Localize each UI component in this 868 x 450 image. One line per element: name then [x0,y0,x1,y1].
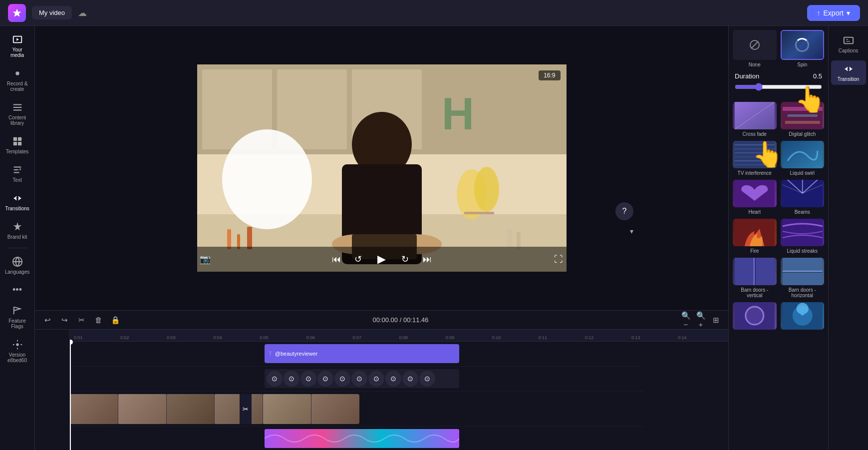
skip-to-end-button[interactable]: ⏭ [419,251,435,267]
transition-cross-fade[interactable]: Cross fade [733,102,777,137]
transition-barn-doors-horizontal[interactable]: Barn doors -horizontal [781,258,825,298]
transition-misc[interactable] [781,302,825,332]
transition-barn-doors-vertical[interactable]: Barn doors -vertical [733,258,777,298]
export-icon: ↑ [817,9,821,17]
zoom-out-button[interactable]: 🔍− [679,314,692,327]
svg-rect-61 [782,273,822,285]
sidebar-item-label: Contentlibrary [8,115,26,126]
transition-none[interactable]: None [733,30,777,67]
sidebar-item-feature-flags[interactable]: FeatureFlags [2,301,33,333]
music-clip[interactable] [265,429,459,448]
help-button[interactable]: ? [615,202,633,220]
tracks-scroll[interactable]: 0:01 0:02 0:03 0:04 0:05 0:06 0:07 0:08 … [70,330,728,450]
timeline-ruler: 0:01 0:02 0:03 0:04 0:05 0:06 0:07 0:08 … [70,330,728,342]
lock-button[interactable]: 🔒 [109,314,122,327]
fit-to-screen-button[interactable]: ⊞ [709,314,722,327]
svg-rect-36 [787,114,817,117]
transition-liquid-swirl[interactable]: Liquid swirl [781,141,825,176]
svg-point-17 [474,167,499,212]
sticker-track-row: ⊙ ⊙ ⊙ ⊙ ⊙ ⊙ ⊙ ⊙ ⊙ ⊙ [70,367,644,392]
far-right-captions[interactable]: Captions [831,32,866,56]
captions-label: Captions [839,48,858,53]
transition-label: Transition [838,76,860,82]
transition-heart[interactable]: Heart [733,180,777,215]
rewind-button[interactable]: ↺ [350,251,366,267]
svg-text:H: H [442,89,474,139]
svg-rect-60 [782,258,822,271]
delete-button[interactable]: 🗑 [92,314,105,327]
svg-rect-2 [17,137,21,141]
transition-beams[interactable]: Beams [781,180,825,215]
cloud-save-button[interactable]: ☁ [78,7,87,18]
svg-rect-27 [507,229,513,249]
svg-rect-45 [782,141,822,168]
transition-liquid-streaks[interactable]: Liquid streaks [781,219,825,254]
video-track-clip[interactable]: ✂ [70,394,359,424]
transition-fire[interactable]: Fire [733,219,777,254]
preview-controls: 📷 ⏮ ↺ ▶ ↻ ⏭ ⛶ [197,247,567,272]
play-button[interactable]: ▶ [372,250,391,269]
ruler-mark: 0:07 [352,335,399,340]
main-layout: Your media Record &create Contentlibrary… [0,26,868,450]
screenshot-button[interactable]: 📷 [197,251,213,267]
preview-area: H [35,26,728,310]
fast-forward-button[interactable]: ↻ [397,251,413,267]
sidebar-item-transitions[interactable]: Transitions [2,189,33,215]
cut-button[interactable]: ✂ [75,314,88,327]
ruler-mark: 0:11 [539,335,585,340]
text-clip[interactable]: T @beautyreviewer [265,344,459,363]
transition-label-barn-doors-vertical: Barn doors -vertical [733,287,777,298]
playhead[interactable] [70,342,71,450]
sticker-9: ⊙ [402,371,418,387]
ruler-mark: 0:05 [260,335,306,340]
project-name-button[interactable]: My video [32,6,72,19]
fullscreen-button[interactable]: ⛶ [551,251,567,267]
svg-rect-67 [844,37,853,44]
skip-to-start-button[interactable]: ⏮ [328,251,344,267]
transition-circle[interactable] [733,302,777,332]
duration-value: 0.5 [813,72,822,80]
transition-thumb-liquid-swirl [781,141,825,168]
transition-thumb-fire [733,219,777,246]
sidebar-item-languages[interactable]: Languages [2,252,33,279]
sidebar-item-record-create[interactable]: Record &create [2,64,33,96]
sticker-8: ⊙ [385,371,401,387]
transition-label-barn-doors-horizontal: Barn doors -horizontal [781,287,825,298]
sidebar-item-content-library[interactable]: Contentlibrary [2,98,33,130]
sidebar-item-your-media[interactable]: Your media [2,30,33,62]
sidebar-item-more[interactable]: ••• [2,281,33,299]
sticker-4: ⊙ [317,371,333,387]
sidebar-item-brand-kit[interactable]: Brand kit [2,217,33,244]
sidebar-item-label: Templates [6,149,29,154]
svg-rect-4 [17,142,21,145]
ruler-mark: 0:02 [120,335,167,340]
svg-rect-56 [735,258,754,285]
zoom-in-button[interactable]: 🔍+ [694,314,707,327]
svg-rect-57 [756,258,775,285]
sticker-clip[interactable]: ⊙ ⊙ ⊙ ⊙ ⊙ ⊙ ⊙ ⊙ ⊙ ⊙ [265,369,459,388]
sidebar-item-text[interactable]: Text [2,160,33,187]
timeline-toggle-button[interactable]: ▾ [630,227,633,235]
undo-button[interactable]: ↩ [41,314,54,327]
transition-digital-glitch[interactable]: Digital glitch [781,102,825,137]
far-right-transition[interactable]: Transition [831,60,866,85]
text-track-row: T @beautyreviewer [70,342,644,367]
transition-thumb-spin [781,30,825,60]
sidebar-item-version[interactable]: Versione8bed60 [2,335,33,367]
video-thumb-4 [215,394,263,424]
duration-range-input[interactable] [735,83,822,91]
transition-tv-interference[interactable]: TV interference [733,141,777,176]
sidebar-item-label: Brand kit [7,234,27,240]
svg-rect-18 [464,212,494,214]
ruler-mark: 0:13 [631,335,678,340]
left-sidebar: Your media Record &create Contentlibrary… [0,26,35,450]
video-preview: H [197,64,567,272]
zoom-controls: 🔍− 🔍+ ⊞ [679,314,722,327]
duration-slider[interactable] [735,83,822,93]
transition-spin[interactable]: Spin [781,30,825,67]
video-thumb-5 [263,394,311,424]
redo-button[interactable]: ↪ [58,314,71,327]
sticker-5: ⊙ [334,371,350,387]
export-button[interactable]: ↑ Export ▾ [807,5,860,21]
sidebar-item-templates[interactable]: Templates [2,132,33,158]
